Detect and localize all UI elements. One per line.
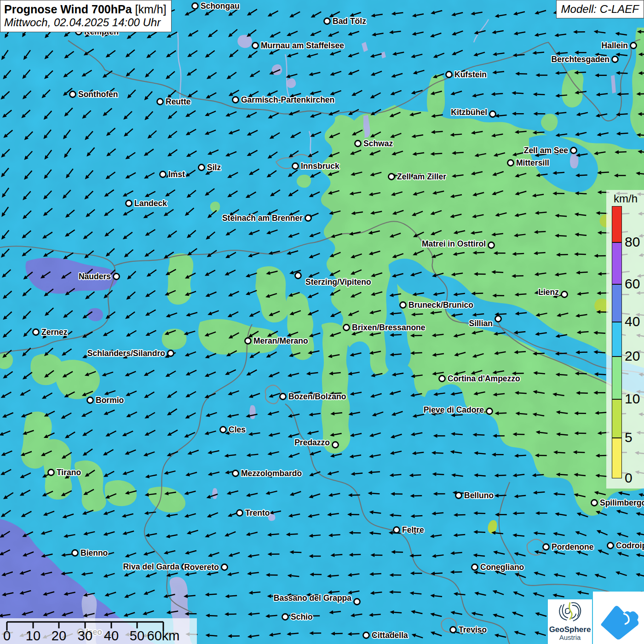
- city-label: Belluno: [464, 491, 494, 500]
- wind-arrow: [559, 95, 567, 96]
- city-marker: [220, 427, 226, 433]
- wind-arrow: [331, 575, 339, 576]
- wind-arrow: [598, 374, 606, 374]
- wind-arrow: [292, 576, 299, 577]
- wind-arrow: [577, 452, 585, 453]
- city-label: Codroipo: [616, 541, 644, 550]
- city-marker: [344, 325, 350, 331]
- wind-arrow: [394, 313, 402, 313]
- wind-arrow: [229, 596, 237, 596]
- city-label: Kufstein: [454, 70, 487, 79]
- city-label: Bassano del Grappa: [274, 593, 351, 603]
- wind-arrow: [598, 333, 605, 333]
- wind-arrow: [517, 513, 524, 513]
- city-marker: [487, 408, 493, 414]
- wind-arrow: [477, 513, 485, 514]
- city-label: Bozen/Bolzano: [288, 392, 346, 401]
- wind-arrow: [414, 516, 422, 516]
- wind-arrow: [537, 353, 545, 354]
- city-label: Feltre: [402, 525, 424, 535]
- city-label: Bad Tölz: [333, 17, 366, 26]
- city-label: Kitzbühel: [451, 108, 487, 117]
- wind-arrow: [477, 253, 484, 253]
- city-marker: [324, 18, 330, 24]
- weather-map-page: SchongauBad TölzKemptenMurnau am Staffel…: [0, 0, 644, 644]
- wind-arrow: [436, 474, 444, 475]
- city-marker: [114, 274, 120, 280]
- city-label: Lienz: [538, 288, 559, 297]
- wind-arrow: [355, 473, 362, 474]
- wind-arrow: [496, 72, 504, 73]
- city-label: Pordenone: [552, 542, 594, 552]
- wind-arrow: [537, 533, 545, 534]
- city-label: Pieve di Cadore: [424, 405, 484, 414]
- city-label: Innsbruck: [301, 161, 339, 171]
- legend-segment: [612, 438, 622, 478]
- wind-arrow: [495, 533, 503, 534]
- wind-arrow: [621, 133, 628, 133]
- city-label: Schlanders/Silandro: [87, 349, 165, 358]
- wind-arrow: [558, 452, 565, 453]
- wind-arrow: [414, 555, 421, 556]
- wind-arrow: [455, 434, 463, 434]
- mountain-cloud-icon: [597, 596, 641, 640]
- city-label: Schwaz: [363, 139, 393, 148]
- city-label: Treviso: [459, 625, 487, 634]
- city-marker: [571, 148, 577, 154]
- wind-arrow: [435, 573, 443, 574]
- wind-arrow: [601, 172, 609, 172]
- legend-value-label: 5: [625, 430, 632, 445]
- city-marker: [612, 57, 618, 63]
- wind-arrow: [559, 216, 567, 216]
- wind-arrow: [353, 554, 361, 555]
- city-label: Rovereto: [184, 563, 219, 572]
- model-box: Modell: C-LAEF: [556, 0, 644, 18]
- wind-arrow: [581, 332, 589, 333]
- city-marker: [282, 614, 288, 620]
- city-label: Spilimbergo: [600, 498, 644, 507]
- geosphere-logo: GeoSphere Austria: [548, 599, 592, 644]
- wind-arrow: [580, 393, 588, 393]
- wind-arrow: [393, 515, 401, 516]
- wind-arrow: [373, 614, 381, 615]
- wind-arrow: [620, 114, 628, 114]
- wind-arrow: [599, 412, 607, 413]
- wind-arrow: [454, 134, 462, 135]
- city-label: Zernez: [41, 328, 68, 337]
- city-marker: [70, 92, 76, 98]
- wind-arrow: [394, 612, 402, 613]
- model-label: Modell: C-LAEF: [561, 3, 639, 16]
- wind-arrow: [477, 532, 485, 533]
- scalebar-label: 30: [78, 628, 92, 644]
- wind-arrow: [270, 615, 277, 616]
- wind-arrow: [537, 492, 545, 493]
- wind-arrow: [374, 592, 382, 593]
- legend-value-label: 0: [625, 470, 632, 486]
- city-label: Nauders: [79, 272, 111, 281]
- wind-arrow: [495, 272, 503, 272]
- wind-arrow: [557, 172, 564, 173]
- city-label: Meran/Merano: [253, 336, 308, 345]
- legend-value-label: 10: [625, 391, 640, 407]
- wind-arrow: [519, 313, 527, 314]
- city-marker: [245, 338, 251, 344]
- city-marker: [168, 351, 174, 356]
- legend-segment: [612, 322, 622, 356]
- legend-segment: [612, 206, 622, 242]
- geosphere-country: Austria: [559, 633, 581, 642]
- geosphere-contour-icon: [557, 599, 583, 625]
- wind-arrow: [291, 633, 299, 634]
- city-label: Cortina d'Ampezzo: [448, 374, 520, 383]
- wind-arrow: [499, 314, 506, 314]
- city-marker: [400, 302, 406, 308]
- city-label: Bormio: [96, 396, 124, 405]
- wind-arrow: [313, 535, 321, 535]
- city-marker: [363, 632, 369, 638]
- wind-arrow: [334, 555, 342, 555]
- wind-arrow: [519, 294, 527, 294]
- wind-arrow: [209, 635, 217, 636]
- wind-arrow: [414, 593, 421, 594]
- city-marker: [233, 471, 239, 477]
- wind-arrow: [579, 193, 586, 194]
- wind-arrow: [560, 53, 568, 53]
